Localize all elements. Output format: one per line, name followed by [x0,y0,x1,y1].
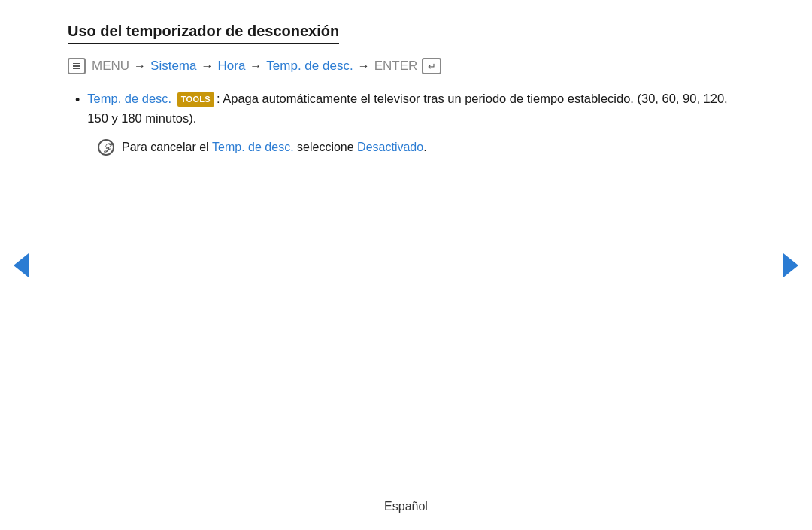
note-prefix: Para cancelar el [122,141,209,153]
note-icon: 𝒵 [98,139,114,156]
nav-arrow-right[interactable] [783,253,798,277]
temp-desc-label: Temp. de desc. [87,92,171,105]
arrow-1: → [134,59,146,73]
page-title: Uso del temporizador de desconexión [68,23,339,44]
nav-sistema: Sistema [150,59,196,74]
bullet-item: • Temp. de desc. TOOLS: Apaga automática… [75,89,744,128]
menu-label: MENU [92,59,129,74]
note-middle: seleccione [297,141,354,153]
menu-icon [68,58,86,74]
note-text: Para cancelar el Temp. de desc. seleccio… [122,138,427,157]
arrow-3: → [250,59,262,73]
bullet-section: • Temp. de desc. TOOLS: Apaga automática… [75,89,744,157]
main-content: Uso del temporizador de desconexión MENU… [68,23,744,171]
tools-badge: TOOLS [177,92,214,107]
note-desactivado: Desactivado [357,141,423,153]
nav-arrow-left[interactable] [14,253,29,277]
arrow-2: → [201,59,213,73]
arrow-4: → [358,59,370,73]
nav-hora: Hora [217,59,245,74]
footer-language: Español [384,500,428,513]
bullet-text: Temp. de desc. TOOLS: Apaga automáticame… [87,89,744,128]
bullet-dot: • [75,90,80,111]
note-temp-desc: Temp. de desc. [212,141,294,153]
nav-path: MENU → Sistema → Hora → Temp. de desc. →… [68,58,744,74]
note-section: 𝒵 Para cancelar el Temp. de desc. selecc… [98,138,744,157]
note-suffix: . [423,141,426,153]
enter-icon: ↵ [422,58,441,74]
enter-label: ENTER [374,59,418,74]
nav-temp-desc: Temp. de desc. [266,59,353,74]
